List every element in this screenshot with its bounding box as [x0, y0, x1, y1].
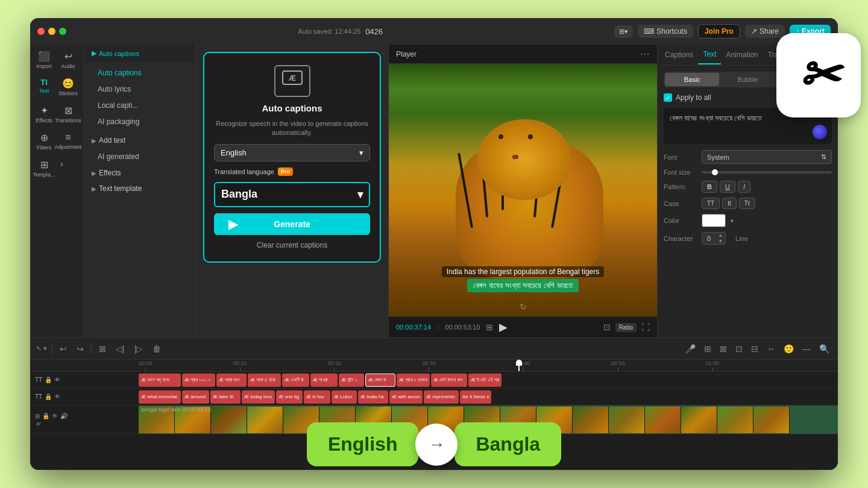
- undo-tool[interactable]: ↩: [57, 343, 69, 355]
- uppercase-button[interactable]: TT: [702, 198, 720, 209]
- redo-tool[interactable]: ↪: [74, 343, 86, 355]
- shortcuts-button[interactable]: ⌨ Shortcuts: [638, 25, 693, 38]
- tab-adjustment[interactable]: ≡ Adjustment: [57, 128, 80, 154]
- trim-left-tool[interactable]: ◁|: [113, 343, 127, 355]
- generate-button[interactable]: ▶ Generate: [214, 213, 370, 235]
- ai-orb-icon[interactable]: [813, 125, 827, 139]
- mic-icon[interactable]: 🎤: [683, 343, 698, 355]
- clip-8[interactable]: Æ বেঙ্গল বা: [365, 374, 395, 387]
- ratio-button[interactable]: Ratio: [615, 323, 637, 332]
- character-input[interactable]: 0 ▲ ▼: [702, 232, 726, 245]
- apply-all-checkbox[interactable]: ✓: [664, 93, 672, 102]
- color-swatch[interactable]: [702, 214, 726, 227]
- maximize-button[interactable]: [59, 28, 66, 35]
- language-select[interactable]: English ▾: [214, 144, 370, 161]
- tab-captions[interactable]: Captions: [660, 46, 698, 64]
- en-clip-10[interactable]: Æ represents a: [424, 390, 459, 404]
- en-clip-7[interactable]: Æ Luton: [332, 390, 357, 404]
- panel-item-local-captions[interactable]: Local capti...: [87, 98, 193, 113]
- trim-right-tool[interactable]: |▷: [132, 343, 146, 355]
- decrement-icon[interactable]: ▼: [718, 239, 723, 245]
- emoji-tool[interactable]: 🙂: [781, 343, 796, 355]
- clip-10[interactable]: Æ মোট বাঘের জন: [431, 374, 467, 387]
- split-clip-tool[interactable]: ⊠: [717, 343, 729, 355]
- delete-tool[interactable]: 🗑: [150, 343, 163, 355]
- en-clip-3[interactable]: Æ later th: [210, 390, 241, 404]
- panel-section-effects[interactable]: ▶ Effects: [84, 165, 195, 181]
- clear-captions-button[interactable]: Clear current captions: [257, 241, 327, 249]
- video-eye-icon[interactable]: 👁: [52, 413, 58, 419]
- en-clip-4[interactable]: Æ today less: [242, 390, 275, 404]
- fullscreen-icon[interactable]: ⛶: [641, 322, 650, 332]
- en-clip-1[interactable]: Æ what immortal: [139, 390, 181, 404]
- split-icon[interactable]: ⊞: [486, 322, 493, 332]
- bold-button[interactable]: B: [702, 181, 717, 193]
- tab-templates[interactable]: ⊞ Templa...: [33, 155, 55, 181]
- clip-11[interactable]: Æ উ বেই এই প্রাণ: [468, 374, 502, 387]
- tab-import[interactable]: ⬛ Import: [33, 47, 55, 73]
- tab-stickers[interactable]: 😊 Stickers: [57, 74, 80, 100]
- en-clip-2[interactable]: Æ around 10: [182, 390, 209, 404]
- zoom-icon[interactable]: 🔍: [817, 343, 832, 355]
- clip-5[interactable]: Æ একটি বা: [282, 374, 309, 387]
- replace-tool[interactable]: ↔: [764, 343, 778, 355]
- en-clip-6[interactable]: Æ is fou: [304, 390, 330, 404]
- en-clip-5[interactable]: Æ one tig: [276, 390, 303, 404]
- link-tool[interactable]: ⊞: [702, 343, 714, 355]
- tab-transitions[interactable]: ⊠ Transitions: [57, 101, 80, 127]
- panel-section-text-template[interactable]: ▶ Text template: [84, 181, 195, 196]
- panel-item-auto-captions[interactable]: Auto captions: [87, 65, 193, 81]
- tab-effects[interactable]: ✦ Effects: [33, 101, 55, 127]
- panel-section-add-text[interactable]: ▶ Add text: [84, 133, 195, 148]
- clip-9[interactable]: Æ প্রায় ৩ হাজার: [397, 374, 430, 387]
- share-button[interactable]: ↗ Share: [745, 25, 785, 38]
- style-tab-basic[interactable]: Basic: [665, 73, 719, 86]
- minimize-button[interactable]: [48, 28, 55, 35]
- close-button[interactable]: [37, 28, 45, 35]
- clip-4[interactable]: Æ আজ ৪ হাজ: [248, 374, 281, 387]
- tab-filters[interactable]: ⊕ Filters: [33, 128, 55, 154]
- style-tab-bubble[interactable]: Bubble: [720, 73, 775, 86]
- tab-audio[interactable]: ↩ Audio: [57, 47, 80, 73]
- clip-7[interactable]: Æ লুটন ০: [339, 374, 364, 387]
- italic-button[interactable]: I: [738, 181, 750, 193]
- lock-icon-en[interactable]: 🔒: [45, 393, 52, 400]
- clip-6[interactable]: Æ পাওয়া: [310, 374, 338, 387]
- font-select[interactable]: System ⇅: [702, 150, 832, 164]
- video-lock-icon[interactable]: 🔒: [42, 413, 49, 419]
- screenshot-icon[interactable]: ⊡: [603, 322, 611, 332]
- clip-1[interactable]: Æ কোন অদৃ ছাদে: [139, 374, 181, 387]
- lock-icon[interactable]: 🔒: [45, 377, 52, 383]
- eye-icon[interactable]: 👁: [54, 377, 60, 383]
- eye-icon-en[interactable]: 👁: [54, 393, 60, 400]
- panel-item-ai-packaging[interactable]: AI packaging: [87, 114, 193, 130]
- layout-switcher[interactable]: ⊞▾: [614, 25, 633, 38]
- clip-2[interactable]: Æ প্রায় ১০০,০: [182, 374, 215, 387]
- titlecase-button[interactable]: Tt: [739, 198, 755, 209]
- rotate-icon[interactable]: ↻: [520, 302, 527, 311]
- lowercase-button[interactable]: tt: [722, 198, 737, 209]
- tab-animation[interactable]: Animation: [721, 46, 763, 64]
- join-pro-button[interactable]: Join Pro: [698, 24, 740, 39]
- en-clip-9[interactable]: Æ with aroun: [389, 390, 423, 404]
- playhead[interactable]: [518, 360, 520, 371]
- selector-tool[interactable]: ↖ ▾: [36, 345, 47, 352]
- split2-tool[interactable]: ⊟: [749, 343, 761, 355]
- split-tool[interactable]: ⊠: [96, 343, 108, 355]
- clip-3[interactable]: Æ পরের সংখ: [216, 374, 247, 387]
- increment-icon[interactable]: ▲: [718, 233, 723, 239]
- minus-tool[interactable]: —: [800, 343, 813, 355]
- font-size-slider[interactable]: [702, 171, 832, 174]
- underline-button[interactable]: U: [720, 181, 735, 193]
- tab-text[interactable]: TI Text: [33, 74, 55, 100]
- more-tabs-icon[interactable]: ›: [57, 155, 67, 181]
- en-clip-8[interactable]: Æ India ha: [358, 390, 388, 404]
- panel-item-auto-lyrics[interactable]: Auto lyrics: [87, 81, 193, 97]
- bangla-language-select[interactable]: Bangla ▾: [214, 182, 370, 207]
- tab-text[interactable]: Text: [698, 45, 721, 64]
- align-tool[interactable]: ⊡: [733, 343, 745, 355]
- play-button[interactable]: ▶: [499, 321, 508, 334]
- panel-item-ai-generated[interactable]: AI generated: [87, 149, 193, 164]
- en-clip-11[interactable]: Ae II these a: [460, 390, 491, 404]
- player-menu-icon[interactable]: ⋯: [640, 48, 650, 60]
